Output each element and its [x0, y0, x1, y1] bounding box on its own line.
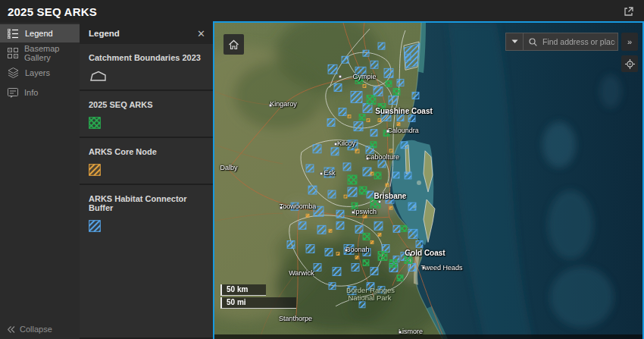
scalebar-km: 50 km — [220, 284, 266, 296]
sidebar-item-label: Layers — [25, 68, 50, 77]
info-icon — [8, 88, 18, 98]
legend-panel-title: Legend — [89, 29, 120, 38]
chevrons-left-icon — [8, 326, 15, 333]
orange-hatch-swatch — [89, 164, 101, 176]
basemap-grid-icon — [8, 48, 18, 58]
locate-button[interactable] — [621, 55, 638, 72]
page-title: 2025 SEQ ARKS — [0, 5, 97, 18]
legend-item-label: ARKS Habitat Connector Buffer — [89, 194, 204, 212]
home-button[interactable] — [224, 34, 244, 55]
search-expand-button[interactable]: » — [621, 33, 638, 51]
layers-icon — [8, 67, 19, 78]
legend-panel: Legend ✕ Catchment Boundaries 2023 2025 … — [80, 23, 213, 339]
magnifier-icon — [529, 38, 537, 46]
legend-item-seq-arks: 2025 SEQ ARKS — [80, 91, 213, 137]
search-input[interactable] — [541, 36, 617, 47]
legend-item-habitat-connector-buffer: ARKS Habitat Connector Buffer — [80, 185, 213, 337]
sidebar-item-label: Basemap Gallery — [24, 44, 80, 62]
scalebar: 50 km 50 mi — [220, 284, 296, 310]
share-button[interactable] — [621, 4, 636, 19]
home-icon — [228, 39, 239, 50]
legend-item-arks-core-node: ARKS Core Node — [80, 138, 213, 184]
collapse-button[interactable]: Collapse — [8, 325, 52, 334]
sidebar-item-basemap-gallery[interactable]: Basemap Gallery — [0, 44, 80, 62]
collapse-label: Collapse — [20, 325, 52, 334]
sidebar-item-legend[interactable]: Legend — [0, 24, 80, 42]
sidebar-item-layers[interactable]: Layers — [0, 64, 80, 82]
legend-item-label: 2025 SEQ ARKS — [89, 100, 204, 109]
legend-item-label: Catchment Boundaries 2023 — [89, 53, 204, 62]
sidebar-item-info[interactable]: Info — [0, 83, 80, 102]
legend-item-catchment-boundaries: Catchment Boundaries 2023 — [80, 44, 213, 89]
search-widget — [505, 33, 618, 51]
legend-item-label: ARKS Core Node — [89, 147, 204, 156]
sidebar-item-label: Info — [24, 88, 38, 97]
green-crosshatch-swatch — [89, 117, 101, 129]
search-source-dropdown[interactable] — [505, 33, 523, 51]
caret-down-icon — [511, 39, 518, 44]
scalebar-mi: 50 mi — [220, 297, 296, 309]
legend-panel-header: Legend ✕ — [80, 23, 213, 44]
attribution-bar — [214, 334, 642, 339]
polygon-outline-swatch — [89, 70, 108, 82]
sidebar: Legend Basemap Gallery Layers — [0, 23, 80, 339]
share-icon — [624, 6, 634, 17]
map-view[interactable]: » GympieKingaroySunshine CoastCaloundraK… — [213, 21, 644, 339]
app-header: 2025 SEQ ARKS — [0, 0, 644, 23]
locate-icon — [625, 59, 635, 69]
app-window: 2025 SEQ ARKS Legend — [0, 0, 644, 339]
legend-list-icon — [8, 29, 19, 39]
search-field-container — [523, 33, 618, 51]
sidebar-item-label: Legend — [25, 29, 53, 38]
blue-hatch-swatch — [89, 220, 101, 232]
close-icon[interactable]: ✕ — [197, 29, 205, 39]
